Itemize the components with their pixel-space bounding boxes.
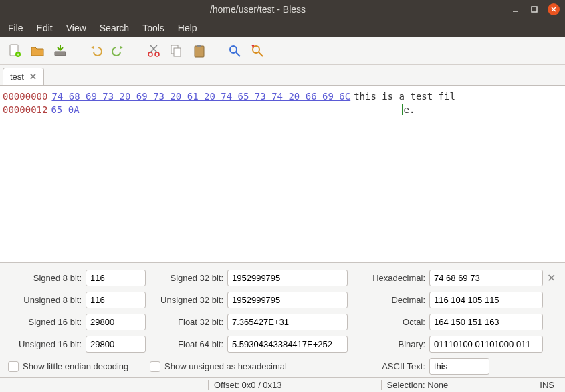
- offset-col: 00000000: [3, 91, 47, 102]
- save-file-icon[interactable]: [52, 43, 68, 59]
- value-bin[interactable]: [429, 336, 543, 353]
- svg-rect-13: [174, 48, 181, 56]
- menu-tools[interactable]: Tools: [142, 23, 164, 33]
- value-dec[interactable]: [429, 292, 543, 308]
- status-bar: Offset: 0x0 / 0x13 Selection: None INS: [0, 377, 565, 392]
- window-title: /home/user/test - Bless: [5, 4, 510, 15]
- menu-help[interactable]: Help: [178, 23, 197, 33]
- label-oct: Octal:: [352, 317, 425, 327]
- menu-bar: File Edit View Search Tools Help: [0, 19, 565, 37]
- ascii-col[interactable]: e.: [404, 104, 415, 115]
- svg-point-16: [230, 46, 237, 53]
- open-file-icon[interactable]: [29, 43, 45, 59]
- find-replace-icon[interactable]: [249, 43, 265, 59]
- svg-rect-14: [195, 46, 204, 57]
- undo-icon[interactable]: [88, 43, 104, 59]
- value-f64[interactable]: [227, 336, 348, 353]
- hex-view[interactable]: 0000000074 68 69 73 20 69 73 20 61 20 74…: [0, 85, 565, 262]
- separator-icon: [136, 43, 136, 59]
- hex-bytes[interactable]: 74 68 69 73 20 69 73 20 61 20 74 65 73 7…: [51, 91, 350, 102]
- hex-row: 0000000074 68 69 73 20 69 73 20 61 20 74…: [3, 90, 562, 103]
- label-f64: Float 64 bit:: [150, 339, 223, 349]
- little-endian-checkbox[interactable]: [8, 361, 19, 372]
- data-interpretation-panel: Signed 8 bit: Signed 32 bit: Hexadecimal…: [0, 262, 565, 377]
- value-oct[interactable]: [429, 314, 543, 330]
- tab-bar: test ✕: [0, 65, 565, 85]
- menu-search[interactable]: Search: [100, 23, 129, 33]
- cut-icon[interactable]: [146, 43, 162, 59]
- value-hex[interactable]: [429, 270, 543, 286]
- label-hex: Hexadecimal:: [352, 273, 425, 283]
- value-u8[interactable]: [86, 292, 146, 308]
- svg-rect-1: [532, 7, 537, 12]
- label-dec: Decimal:: [352, 295, 425, 305]
- svg-rect-7: [55, 52, 66, 56]
- hex-bytes[interactable]: 65 0A: [51, 104, 79, 115]
- label-s16: Signed 16 bit:: [8, 317, 82, 327]
- tab-label: test: [10, 72, 24, 82]
- hex-row: 0000001265 0Ae.: [3, 103, 562, 116]
- value-s32[interactable]: [227, 270, 348, 286]
- value-s8[interactable]: [86, 270, 146, 286]
- svg-rect-15: [197, 45, 201, 47]
- unsigned-hex-checkbox[interactable]: [150, 361, 160, 372]
- status-mode: INS: [534, 380, 560, 390]
- label-f32: Float 32 bit:: [150, 317, 223, 327]
- find-icon[interactable]: [227, 43, 243, 59]
- status-offset: Offset: 0x0 / 0x13: [208, 380, 288, 390]
- svg-text:+: +: [17, 52, 19, 57]
- menu-view[interactable]: View: [66, 23, 86, 33]
- label-s8: Signed 8 bit:: [8, 273, 82, 283]
- value-ascii[interactable]: [429, 358, 489, 375]
- close-button[interactable]: [548, 3, 560, 15]
- label-u32: Unsigned 32 bit:: [150, 295, 223, 305]
- new-file-icon[interactable]: +: [7, 43, 23, 59]
- copy-icon[interactable]: [168, 43, 185, 59]
- minimize-button[interactable]: [510, 4, 521, 15]
- svg-line-17: [236, 52, 240, 56]
- label-bin: Binary:: [352, 339, 425, 349]
- maximize-button[interactable]: [529, 4, 540, 15]
- menu-edit[interactable]: Edit: [37, 23, 53, 33]
- menu-file[interactable]: File: [8, 23, 23, 33]
- separator-icon: [78, 43, 78, 59]
- svg-point-9: [155, 52, 159, 56]
- status-selection: Selection: None: [381, 380, 454, 390]
- unsigned-hex-label: Show unsigned as hexadecimal: [164, 361, 287, 371]
- value-f32[interactable]: [227, 314, 348, 330]
- svg-line-19: [259, 52, 263, 56]
- tab-test[interactable]: test ✕: [3, 68, 44, 85]
- separator-icon: [217, 43, 217, 59]
- little-endian-label: Show little endian decoding: [23, 361, 128, 371]
- offset-col: 00000012: [3, 104, 47, 115]
- toolbar: +: [0, 37, 565, 65]
- label-ascii: ASCII Text:: [352, 361, 425, 371]
- value-s16[interactable]: [86, 314, 146, 330]
- label-s32: Signed 32 bit:: [150, 273, 223, 283]
- redo-icon[interactable]: [110, 43, 126, 59]
- ascii-col[interactable]: this is a test fil: [354, 91, 455, 102]
- tab-close-icon[interactable]: ✕: [29, 72, 37, 82]
- value-u16[interactable]: [86, 336, 146, 353]
- panel-close-icon[interactable]: ✕: [547, 272, 560, 284]
- paste-icon[interactable]: [191, 43, 207, 59]
- svg-point-8: [148, 52, 152, 56]
- value-u32[interactable]: [227, 292, 348, 308]
- label-u8: Unsigned 8 bit:: [8, 295, 82, 305]
- label-u16: Unsigned 16 bit:: [8, 339, 82, 349]
- title-bar: /home/user/test - Bless: [0, 0, 565, 19]
